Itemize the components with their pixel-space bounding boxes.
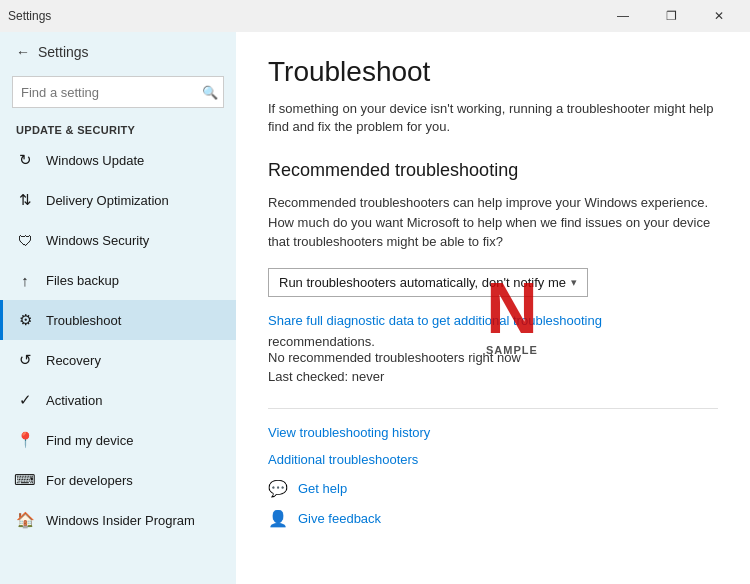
search-icon: 🔍 bbox=[202, 85, 218, 100]
sidebar-back-button[interactable]: ← Settings bbox=[0, 32, 236, 72]
titlebar-app-name: Settings bbox=[8, 9, 51, 23]
sidebar-item-windows-update[interactable]: ↻ Windows Update bbox=[0, 140, 236, 180]
sidebar: ← Settings 🔍 Update & Security ↻ Windows… bbox=[0, 32, 236, 584]
section-description: Recommended troubleshooters can help imp… bbox=[268, 193, 718, 252]
windows-security-icon: 🛡 bbox=[16, 231, 34, 249]
sidebar-item-for-developers[interactable]: ⌨ For developers bbox=[0, 460, 236, 500]
sidebar-item-label: Windows Insider Program bbox=[46, 513, 195, 528]
get-help-item[interactable]: 💬 Get help bbox=[268, 479, 718, 499]
divider bbox=[268, 408, 718, 409]
maximize-button[interactable]: ❐ bbox=[648, 0, 694, 32]
give-feedback-link[interactable]: Give feedback bbox=[298, 511, 381, 526]
minimize-button[interactable]: — bbox=[600, 0, 646, 32]
activation-icon: ✓ bbox=[16, 391, 34, 409]
sidebar-section-label: Update & Security bbox=[0, 116, 236, 140]
diagnostic-link[interactable]: Share full diagnostic data to get additi… bbox=[268, 313, 718, 328]
sidebar-item-windows-security[interactable]: 🛡 Windows Security bbox=[0, 220, 236, 260]
give-feedback-item[interactable]: 👤 Give feedback bbox=[268, 509, 718, 529]
sidebar-item-label: For developers bbox=[46, 473, 133, 488]
dropdown-arrow-icon: ▾ bbox=[571, 276, 577, 289]
titlebar-controls: — ❐ ✕ bbox=[600, 0, 742, 32]
sidebar-item-label: Files backup bbox=[46, 273, 119, 288]
settings-window: Settings — ❐ ✕ ← Settings 🔍 Update & Sec… bbox=[0, 0, 750, 584]
get-help-link[interactable]: Get help bbox=[298, 481, 347, 496]
sidebar-item-activation[interactable]: ✓ Activation bbox=[0, 380, 236, 420]
back-arrow-icon: ← bbox=[16, 44, 30, 60]
windows-insider-icon: 🏠 bbox=[16, 511, 34, 529]
titlebar-title: Settings bbox=[8, 9, 51, 23]
sidebar-item-label: Troubleshoot bbox=[46, 313, 121, 328]
titlebar: Settings — ❐ ✕ bbox=[0, 0, 750, 32]
sidebar-item-troubleshoot[interactable]: ⚙ Troubleshoot bbox=[0, 300, 236, 340]
sidebar-item-windows-insider[interactable]: 🏠 Windows Insider Program bbox=[0, 500, 236, 540]
find-device-icon: 📍 bbox=[16, 431, 34, 449]
sidebar-item-label: Find my device bbox=[46, 433, 133, 448]
sidebar-search-container: 🔍 bbox=[12, 76, 224, 108]
recovery-icon: ↺ bbox=[16, 351, 34, 369]
troubleshoot-icon: ⚙ bbox=[16, 311, 34, 329]
sidebar-app-title: Settings bbox=[38, 44, 89, 60]
sidebar-item-label: Windows Update bbox=[46, 153, 144, 168]
give-feedback-icon: 👤 bbox=[268, 509, 288, 529]
section-title: Recommended troubleshooting bbox=[268, 160, 718, 181]
last-checked-text: Last checked: never bbox=[268, 369, 718, 384]
delivery-optimization-icon: ⇅ bbox=[16, 191, 34, 209]
dropdown-label: Run troubleshooters automatically, don't… bbox=[279, 275, 566, 290]
files-backup-icon: ↑ bbox=[16, 271, 34, 289]
get-help-icon: 💬 bbox=[268, 479, 288, 499]
main-content: ← Settings 🔍 Update & Security ↻ Windows… bbox=[0, 32, 750, 584]
diagnostic-subtext: recommendations. bbox=[268, 334, 375, 349]
for-developers-icon: ⌨ bbox=[16, 471, 34, 489]
no-troubleshooters-text: No recommended troubleshooters right now bbox=[268, 350, 718, 365]
page-description: If something on your device isn't workin… bbox=[268, 100, 718, 136]
sidebar-item-label: Recovery bbox=[46, 353, 101, 368]
sidebar-item-label: Delivery Optimization bbox=[46, 193, 169, 208]
troubleshoot-dropdown[interactable]: Run troubleshooters automatically, don't… bbox=[268, 268, 588, 297]
sidebar-item-recovery[interactable]: ↺ Recovery bbox=[0, 340, 236, 380]
sidebar-item-label: Windows Security bbox=[46, 233, 149, 248]
close-button[interactable]: ✕ bbox=[696, 0, 742, 32]
sidebar-item-delivery-optimization[interactable]: ⇅ Delivery Optimization bbox=[0, 180, 236, 220]
page-title: Troubleshoot bbox=[268, 56, 718, 88]
help-section: 💬 Get help 👤 Give feedback bbox=[268, 479, 718, 529]
additional-troubleshooters-link[interactable]: Additional troubleshooters bbox=[268, 452, 718, 467]
search-input[interactable] bbox=[12, 76, 224, 108]
sidebar-item-find-my-device[interactable]: 📍 Find my device bbox=[0, 420, 236, 460]
content-area: Troubleshoot If something on your device… bbox=[236, 32, 750, 584]
view-history-link[interactable]: View troubleshooting history bbox=[268, 425, 718, 440]
windows-update-icon: ↻ bbox=[16, 151, 34, 169]
sidebar-item-files-backup[interactable]: ↑ Files backup bbox=[0, 260, 236, 300]
sidebar-item-label: Activation bbox=[46, 393, 102, 408]
